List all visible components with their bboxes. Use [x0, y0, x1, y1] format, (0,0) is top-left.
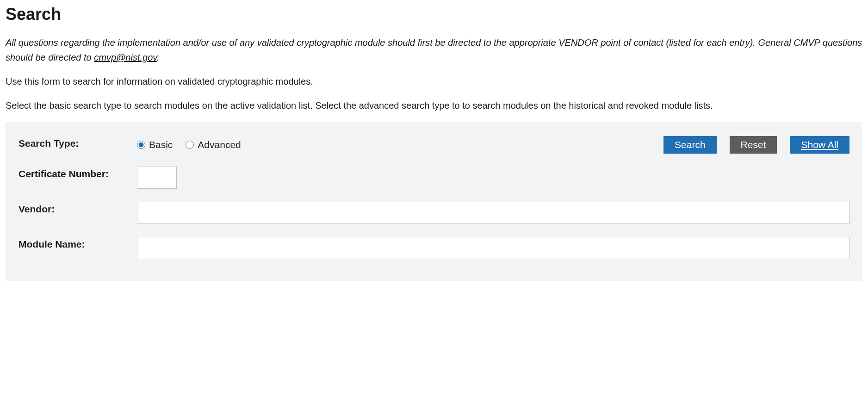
search-button[interactable]: Search: [663, 136, 717, 154]
radio-basic[interactable]: [137, 141, 145, 149]
intro-usage-note: Use this form to search for information …: [6, 74, 862, 89]
search-form-panel: Search Type: Basic Advanced Search Reset…: [6, 122, 862, 281]
row-module-name: Module Name:: [19, 237, 849, 259]
radio-basic-wrap[interactable]: Basic: [137, 139, 173, 150]
label-vendor: Vendor:: [19, 202, 137, 215]
intro-contact-note: All questions regarding the implementati…: [6, 35, 862, 65]
button-group: Search Reset Show All: [663, 136, 849, 154]
radio-basic-label: Basic: [149, 139, 173, 150]
row-certificate-number: Certificate Number:: [19, 167, 849, 189]
module-name-input[interactable]: [137, 237, 849, 259]
page-title: Search: [6, 5, 862, 24]
row-vendor: Vendor:: [19, 202, 849, 224]
intro-contact-text-after: .: [157, 52, 160, 62]
label-certificate-number: Certificate Number:: [19, 167, 137, 180]
vendor-input[interactable]: [137, 202, 849, 224]
cmvp-email-link[interactable]: cmvp@nist.gov: [94, 52, 157, 62]
radio-advanced[interactable]: [186, 141, 194, 149]
reset-button[interactable]: Reset: [730, 136, 777, 154]
show-all-button[interactable]: Show All: [790, 136, 849, 154]
row-search-type: Search Type: Basic Advanced Search Reset…: [19, 136, 849, 154]
certificate-number-input[interactable]: [137, 167, 177, 189]
intro-search-type-note: Select the basic search type to search m…: [6, 98, 862, 113]
label-module-name: Module Name:: [19, 237, 137, 250]
radio-advanced-wrap[interactable]: Advanced: [186, 139, 241, 150]
radio-advanced-label: Advanced: [198, 139, 241, 150]
label-search-type: Search Type:: [19, 136, 137, 149]
